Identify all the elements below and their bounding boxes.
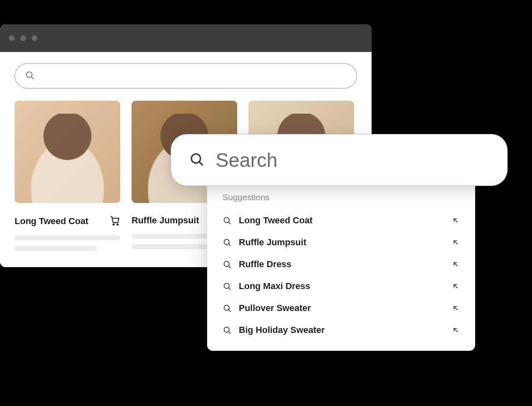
svg-line-9 xyxy=(229,244,230,246)
suggestion-label: Long Tweed Coat xyxy=(239,215,444,226)
top-search-bar[interactable] xyxy=(15,63,357,89)
search-icon xyxy=(223,260,231,269)
arrow-up-left-icon xyxy=(452,216,460,225)
arrow-up-left-icon xyxy=(452,282,460,290)
suggestion-label: Long Maxi Dress xyxy=(239,281,444,292)
search-icon xyxy=(25,70,35,82)
suggestion-item[interactable]: Ruffle Jumpsuit xyxy=(223,231,460,253)
svg-line-11 xyxy=(229,266,230,268)
window-titlebar xyxy=(0,24,372,52)
search-icon xyxy=(223,282,231,291)
arrow-up-left-icon xyxy=(452,326,460,334)
arrow-up-left-icon xyxy=(452,238,460,246)
search-icon xyxy=(189,151,204,168)
svg-point-2 xyxy=(113,224,114,225)
suggestions-heading: Suggestions xyxy=(223,192,460,202)
search-icon xyxy=(223,238,231,247)
search-icon xyxy=(223,216,231,225)
skeleton-line xyxy=(132,244,214,249)
skeleton-line xyxy=(15,246,97,251)
suggestion-item[interactable]: Pullover Sweater xyxy=(223,297,460,319)
skeleton-line xyxy=(15,235,120,240)
top-search-input[interactable] xyxy=(40,72,347,80)
suggestion-item[interactable]: Big Holiday Sweater xyxy=(223,319,460,341)
suggestion-item[interactable]: Long Maxi Dress xyxy=(223,275,460,297)
search-icon xyxy=(223,304,231,313)
arrow-up-left-icon xyxy=(452,260,460,268)
svg-line-17 xyxy=(229,332,230,333)
product-title: Long Tweed Coat xyxy=(15,216,89,227)
overlay-search-input[interactable] xyxy=(216,149,489,171)
cart-icon[interactable] xyxy=(110,215,120,227)
search-icon xyxy=(223,326,231,335)
product-image[interactable] xyxy=(15,101,120,203)
suggestions-panel: Suggestions Long Tweed Coat Ruffle Jumps… xyxy=(207,179,475,351)
svg-line-5 xyxy=(199,162,202,165)
suggestion-label: Big Holiday Sweater xyxy=(239,325,444,335)
svg-line-1 xyxy=(32,77,34,79)
svg-line-15 xyxy=(229,310,230,311)
svg-line-13 xyxy=(229,288,230,289)
window-control-minimize[interactable] xyxy=(20,35,26,41)
svg-point-3 xyxy=(117,224,118,225)
suggestion-item[interactable]: Long Tweed Coat xyxy=(223,209,460,231)
suggestion-label: Pullover Sweater xyxy=(239,303,444,313)
product-card[interactable]: Long Tweed Coat xyxy=(15,101,120,251)
product-title: Ruffle Jumpsuit xyxy=(132,215,199,226)
suggestion-label: Ruffle Dress xyxy=(239,259,444,270)
search-overlay: Suggestions Long Tweed Coat Ruffle Jumps… xyxy=(171,134,508,186)
window-control-close[interactable] xyxy=(9,35,15,41)
arrow-up-left-icon xyxy=(452,304,460,312)
window-control-maximize[interactable] xyxy=(32,35,37,41)
suggestion-label: Ruffle Jumpsuit xyxy=(239,237,444,248)
suggestion-item[interactable]: Ruffle Dress xyxy=(223,253,460,275)
svg-line-7 xyxy=(229,222,230,224)
overlay-search-bar[interactable] xyxy=(171,134,508,186)
